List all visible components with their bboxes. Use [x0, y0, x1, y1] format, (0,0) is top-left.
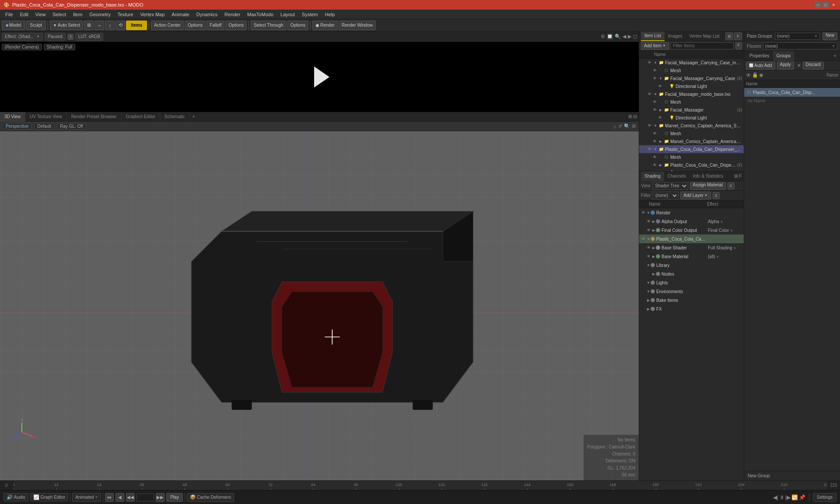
auto-select-btn[interactable]: ▼ Auto Select	[50, 21, 83, 30]
item-eye-icon[interactable]: 👁	[657, 83, 663, 89]
shading-eye-icon[interactable]: 👁	[640, 236, 646, 242]
menu-help[interactable]: Help	[322, 11, 339, 18]
menu-system[interactable]: System	[298, 11, 322, 18]
render-camera-btn[interactable]: (Render Camera)	[2, 44, 42, 50]
select-options-btn[interactable]: Options	[287, 21, 308, 30]
groups-lock-icon[interactable]: 🔒	[752, 72, 758, 78]
shading-expand-arrow[interactable]: ▼	[646, 289, 651, 294]
item-row[interactable]: 👁▼📁Facial_Massager_modo_base.lxo	[639, 90, 744, 98]
shading-expand-arrow[interactable]: ▶	[651, 254, 656, 259]
vp-icon-6[interactable]: ◻	[633, 34, 637, 39]
vp-settings-icon[interactable]: ⚙	[632, 123, 636, 129]
item-expand-icon[interactable]	[664, 116, 668, 120]
shading-row[interactable]: ▼Library	[639, 261, 744, 270]
tab-add[interactable]: +	[190, 113, 198, 120]
mode-model-btn[interactable]: ■ Model	[2, 21, 25, 30]
item-list-content[interactable]: 👁▼📁Facial_Massager_Carrying_Case_modo_..…	[639, 59, 744, 171]
paused-btn[interactable]: Paused	[45, 33, 66, 41]
shading-effect-value[interactable]: Final Color▼	[708, 228, 743, 233]
shading-row[interactable]: 👁▶Base ShaderFull Shading▼	[639, 243, 744, 252]
pb-play[interactable]: ▶▶	[156, 493, 164, 502]
groups-content[interactable]: ⬡ Plastic_Coca_Cola_Can_Disp... no Name	[744, 88, 840, 471]
shading-expand-icon[interactable]: ⊞	[734, 173, 738, 179]
shading-eye-icon[interactable]: 👁	[645, 253, 651, 259]
item-expand-icon[interactable]	[658, 131, 663, 136]
shading-expand-arrow[interactable]: ▶	[651, 245, 656, 250]
item-expand-icon[interactable]: ▶	[658, 108, 663, 112]
item-expand-icon[interactable]	[664, 84, 668, 88]
vp-icon-2[interactable]: 🔲	[607, 34, 613, 39]
effect-dropdown[interactable]: Effect: (Shad...▼	[2, 33, 43, 41]
shading-row[interactable]: 👁▶Base Material(all)▼	[639, 252, 744, 261]
tab-3d-view[interactable]: 3D View	[0, 112, 25, 122]
groups-eye-icon[interactable]: 👁	[746, 72, 751, 78]
vp-home-icon[interactable]: ⌂	[613, 124, 616, 129]
tool-btn-1[interactable]: ⊞	[84, 21, 94, 30]
item-expand-icon[interactable]	[658, 155, 663, 159]
menu-animate[interactable]: Animate	[168, 11, 192, 18]
item-eye-icon[interactable]: 👁	[651, 162, 658, 168]
item-expand-icon[interactable]: ▶	[658, 139, 663, 144]
shading-eye-icon[interactable]: 👁	[645, 245, 651, 251]
tool-btn-4[interactable]: ⟲	[116, 21, 125, 30]
tool-btn-3[interactable]: ↕	[105, 21, 115, 30]
cache-deformers-btn[interactable]: 📦 Cache Deformers	[187, 493, 234, 502]
vp-search-icon[interactable]: 🔍	[624, 123, 630, 129]
new-btn[interactable]: New	[822, 32, 837, 40]
shading-row[interactable]: 👁▶Alpha OutputAlpha▼	[639, 217, 744, 226]
menu-file[interactable]: File	[2, 11, 17, 18]
render-btn[interactable]: ◉ Render	[312, 21, 338, 30]
item-list-expand-icon[interactable]: ⊞	[725, 32, 733, 40]
shading-expand-arrow[interactable]: ▶	[651, 219, 656, 224]
shading-row[interactable]: ▶Nodes	[639, 270, 744, 278]
pb-play-btn[interactable]: Play	[166, 493, 182, 502]
vp-float-icon[interactable]: ⊟	[633, 114, 637, 119]
vp-icon-4[interactable]: ◀	[623, 34, 626, 39]
settings-btn[interactable]: Settings	[813, 493, 836, 502]
shading-f-icon[interactable]: F	[728, 182, 735, 189]
shading-eye-icon[interactable]	[645, 271, 651, 277]
item-eye-icon[interactable]: 👁	[646, 146, 652, 152]
filter-items-input[interactable]	[671, 42, 734, 49]
action-options-btn[interactable]: Options	[185, 21, 206, 30]
pb-icon-1[interactable]: ◀|	[773, 494, 778, 500]
item-expand-icon[interactable]: ▼	[653, 123, 658, 128]
shading-expand-arrow[interactable]: ▼	[646, 263, 651, 267]
filter-select[interactable]: (none)	[652, 192, 679, 200]
item-row[interactable]: 👁▼📁Marvel_Comics_Captain_America_Stand..…	[639, 122, 744, 130]
action-center-btn[interactable]: Action Center	[151, 21, 184, 30]
vp-icon-3[interactable]: 🔍	[615, 34, 621, 39]
shading-row[interactable]: ▼Lights	[639, 278, 744, 287]
pb-icon-2[interactable]: ⏸	[779, 494, 784, 500]
shading-effect-value[interactable]: Alpha▼	[708, 219, 743, 224]
play-button[interactable]	[314, 66, 329, 88]
item-row[interactable]: 👁▼📁Facial_Massager_Carrying_Case_modo_..…	[639, 59, 744, 66]
shading-content[interactable]: 👁▼Render👁▶Alpha OutputAlpha▼👁▶Final Colo…	[639, 208, 744, 480]
render-window-btn[interactable]: Render Window	[339, 21, 376, 30]
shading-effect-value[interactable]: Full Shading▼	[708, 245, 743, 250]
timeline-ruler[interactable]: 0122436486072849610812013214415616818019…	[13, 481, 827, 490]
shading-eye-icon[interactable]	[640, 288, 646, 294]
apply-btn[interactable]: Apply	[777, 62, 794, 70]
menu-vertex-map[interactable]: Vertex Map	[137, 11, 168, 18]
falloff-options-btn[interactable]: Options	[225, 21, 246, 30]
ray-gl-label[interactable]: Ray GL: Off	[57, 123, 86, 130]
item-eye-icon[interactable]: 👁	[657, 115, 663, 121]
item-row[interactable]: 👁▼📁Facial_Massager_Carrying_Case(2)	[639, 74, 744, 82]
item-row[interactable]: 👁▶📁Facial_Massager(2)	[639, 106, 744, 114]
item-row[interactable]: 👁⬡Mesh	[639, 153, 744, 161]
vp-icon-5[interactable]: ▶	[628, 34, 631, 39]
shading-eye-icon[interactable]	[640, 262, 646, 268]
auto-add-btn[interactable]: ⬜ Auto Add	[746, 62, 775, 70]
shading-full-btn[interactable]: Shading: Full	[44, 44, 75, 50]
graph-editor-btn[interactable]: 📈 Graph Editor	[30, 493, 69, 501]
tab-info-statistics[interactable]: Info & Statistics	[690, 172, 727, 181]
menu-render[interactable]: Render	[221, 11, 244, 18]
shading-expand-arrow[interactable]: ▼	[646, 237, 651, 241]
mode-sculpt-btn[interactable]: Sculpt	[26, 21, 46, 30]
shading-label[interactable]: Default	[34, 123, 54, 130]
props-groups-plus[interactable]: +	[832, 53, 838, 59]
shading-eye-icon[interactable]: 👁	[640, 210, 646, 216]
perspective-label[interactable]: Perspective	[3, 123, 32, 130]
add-item-btn[interactable]: Add Item ▼	[641, 42, 669, 50]
